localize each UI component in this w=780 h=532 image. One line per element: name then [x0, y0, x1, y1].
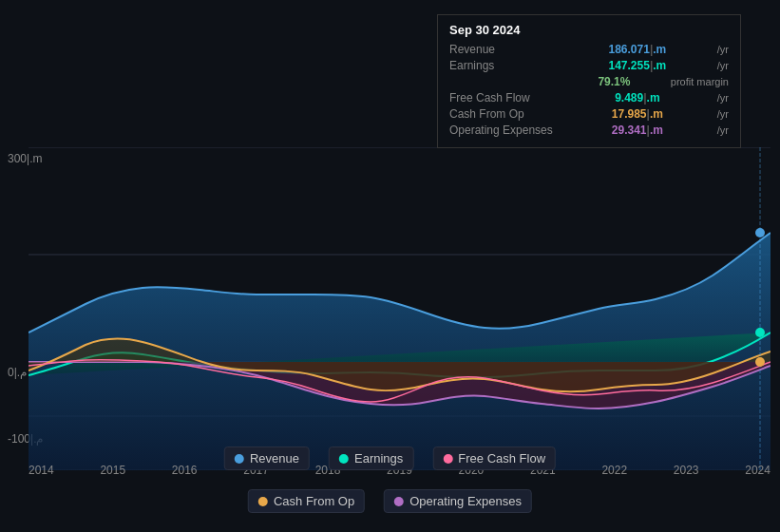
x-label-2015: 2015 — [100, 464, 125, 477]
tooltip-unit-revenue: /yr — [717, 44, 729, 55]
tooltip-row-margin: 79.1% profit margin — [449, 75, 729, 88]
tooltip-row-opex: Operating Expenses 29.341|.m /yr — [449, 124, 729, 137]
tooltip-unit-margin: profit margin — [671, 76, 729, 87]
tooltip-row-earnings: Earnings 147.255|.m /yr — [449, 59, 729, 72]
x-label-2016: 2016 — [172, 464, 198, 477]
legend-dot-revenue — [235, 454, 244, 464]
legend-item-earnings[interactable]: Earnings — [329, 446, 413, 470]
legend: Revenue Earnings Free Cash Flow Cash Fro… — [195, 446, 585, 513]
tooltip-value-earnings: 147.255|.m — [609, 59, 667, 72]
legend-dot-earnings — [339, 454, 349, 464]
legend-label-earnings: Earnings — [354, 451, 403, 466]
tooltip-row-revenue: Revenue 186.071|.m /yr — [449, 43, 729, 56]
legend-item-opex[interactable]: Operating Expenses — [384, 489, 532, 513]
svg-point-7 — [755, 328, 765, 337]
tooltip-value-fcf: 9.489|.m — [615, 91, 659, 104]
svg-point-8 — [755, 357, 765, 367]
legend-label-revenue: Revenue — [250, 451, 299, 466]
tooltip-label-fcf: Free Cash Flow — [449, 91, 563, 104]
legend-dot-cfo — [258, 497, 268, 506]
tooltip-row-fcf: Free Cash Flow 9.489|.m /yr — [449, 91, 729, 104]
y-label-middle: 0|.م — [8, 366, 27, 379]
x-label-2014: 2014 — [29, 464, 54, 477]
tooltip-unit-cfo: /yr — [717, 108, 729, 120]
legend-label-cfo: Cash From Op — [274, 494, 354, 508]
legend-item-fcf[interactable]: Free Cash Flow — [432, 446, 556, 470]
tooltip-label-revenue: Revenue — [449, 43, 563, 56]
tooltip-label-cfo: Cash From Op — [449, 107, 563, 121]
tooltip-unit-opex: /yr — [717, 124, 729, 136]
chart-svg — [29, 147, 770, 470]
x-label-2022: 2022 — [601, 464, 627, 477]
svg-point-6 — [755, 228, 765, 238]
tooltip-row-cfo: Cash From Op 17.985|.m /yr — [449, 107, 729, 121]
x-label-2023: 2023 — [674, 464, 699, 477]
chart-container: Sep 30 2024 Revenue 186.071|.m /yr Earni… — [0, 0, 780, 532]
tooltip-value-revenue: 186.071|.m — [609, 43, 667, 56]
tooltip-box: Sep 30 2024 Revenue 186.071|.m /yr Earni… — [437, 14, 741, 148]
legend-dot-opex — [394, 497, 404, 506]
legend-label-fcf: Free Cash Flow — [458, 451, 545, 466]
tooltip-unit-earnings: /yr — [717, 60, 729, 71]
tooltip-value-opex: 29.341|.m — [612, 124, 663, 137]
legend-dot-fcf — [443, 454, 452, 464]
tooltip-value-margin: 79.1% — [598, 75, 630, 88]
legend-item-cfo[interactable]: Cash From Op — [248, 489, 365, 513]
tooltip-unit-fcf: /yr — [717, 92, 729, 104]
tooltip-label-opex: Operating Expenses — [449, 124, 563, 137]
legend-item-revenue[interactable]: Revenue — [224, 446, 310, 470]
tooltip-label-earnings: Earnings — [449, 59, 563, 72]
tooltip-value-cfo: 17.985|.m — [612, 107, 663, 121]
x-label-2024: 2024 — [745, 464, 770, 477]
tooltip-title: Sep 30 2024 — [449, 23, 729, 37]
legend-label-opex: Operating Expenses — [409, 494, 522, 508]
